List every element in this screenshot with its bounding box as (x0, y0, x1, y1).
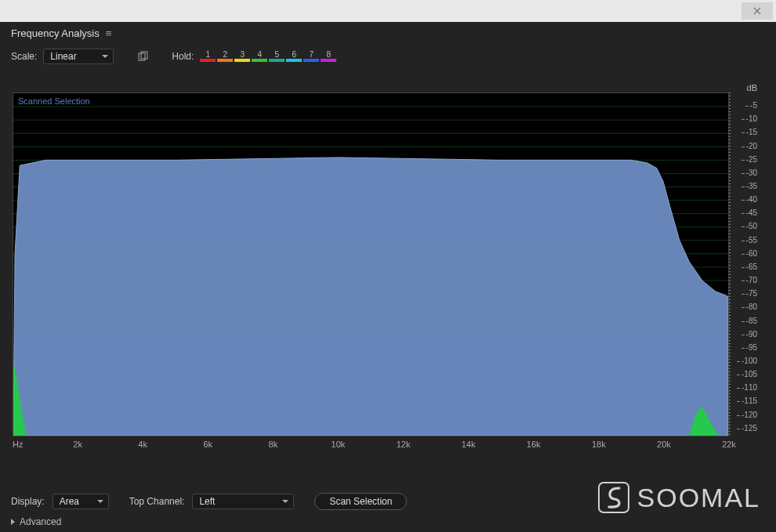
y-tick: -125 (742, 425, 757, 432)
scale-value: Linear (50, 51, 76, 62)
y-tick: -55 (746, 237, 757, 244)
topchannel-value: Left (199, 496, 215, 507)
advanced-toggle[interactable]: Advanced (11, 516, 61, 527)
advanced-label: Advanced (20, 516, 61, 527)
chevron-right-icon (11, 519, 15, 525)
chart-container: dB Scanned Selection -5-10-15-20-25-30-3… (13, 92, 759, 454)
y-tick: -5 (750, 102, 757, 110)
scale-label: Scale: (11, 51, 37, 62)
y-tick: -70 (746, 277, 757, 284)
scan-selection-button[interactable]: Scan Selection (314, 493, 407, 510)
y-tick: -15 (746, 128, 757, 136)
y-tick: -35 (746, 183, 757, 190)
x-tick: 22k (722, 440, 736, 449)
y-tick: -25 (746, 156, 757, 164)
hold-swatches: 12345678 (200, 50, 336, 63)
y-tick: -110 (742, 384, 757, 392)
hold-swatch-2[interactable]: 2 (217, 50, 233, 63)
spectrum-plot[interactable]: Scanned Selection (13, 92, 729, 436)
x-tick: 6k (203, 440, 212, 449)
hold-swatch-5[interactable]: 5 (269, 50, 285, 63)
y-tick: -95 (746, 344, 757, 352)
hold-swatch-7[interactable]: 7 (303, 50, 319, 63)
y-axis-unit: dB (747, 83, 757, 92)
hold-swatch-4[interactable]: 4 (252, 50, 267, 63)
y-axis: -5-10-15-20-25-30-35-40-45-50-55-60-65-7… (729, 92, 759, 436)
x-tick: 12k (397, 440, 411, 449)
display-label: Display: (11, 496, 45, 507)
y-tick: -90 (746, 331, 757, 338)
scanned-selection-label: Scanned Selection (18, 96, 90, 106)
y-tick: -85 (746, 317, 757, 325)
toolbar: Scale: Linear Hold: 12345678 (0, 44, 776, 69)
x-tick: 8k (269, 440, 278, 449)
y-tick: -20 (746, 143, 757, 150)
scale-select[interactable]: Linear (43, 49, 114, 64)
hold-swatch-3[interactable]: 3 (234, 50, 250, 63)
svg-rect-1 (141, 52, 147, 59)
x-axis-unit: Hz (13, 440, 23, 449)
y-tick: -65 (746, 263, 757, 271)
watermark-text: SOOMAL (637, 483, 760, 513)
y-tick: -40 (746, 196, 757, 204)
hold-swatch-8[interactable]: 8 (321, 50, 336, 63)
y-tick: -10 (746, 115, 757, 123)
y-tick: -100 (742, 357, 757, 365)
y-tick: -115 (742, 397, 757, 405)
y-tick: -80 (746, 303, 757, 311)
svg-rect-0 (139, 53, 145, 60)
watermark-logo-icon (598, 482, 629, 513)
hold-swatch-1[interactable]: 1 (200, 50, 216, 63)
y-tick: -120 (742, 411, 757, 419)
x-tick: 16k (527, 440, 541, 449)
y-tick: -45 (746, 209, 757, 217)
watermark: SOOMAL (598, 482, 760, 513)
display-select[interactable]: Area (53, 494, 109, 509)
window-close-button[interactable] (742, 2, 773, 20)
window-titlebar (0, 0, 776, 22)
x-tick: 18k (592, 440, 606, 449)
hold-label: Hold: (172, 51, 194, 62)
y-tick: -60 (746, 250, 757, 258)
panel-menu-icon[interactable]: ≡ (106, 27, 112, 39)
topchannel-label: Top Channel: (129, 496, 185, 507)
x-tick: 4k (138, 440, 147, 449)
panel-title: Frequency Analysis (11, 27, 100, 39)
hold-swatch-6[interactable]: 6 (286, 50, 302, 63)
x-tick: 10k (332, 440, 346, 449)
panel-header: Frequency Analysis ≡ (0, 22, 776, 44)
x-axis: Hz 2k4k6k8k10k12k14k16k18k20k22k (13, 436, 729, 454)
x-tick: 14k (462, 440, 476, 449)
x-tick: 20k (657, 440, 671, 449)
y-tick: -50 (746, 223, 757, 230)
y-tick: -105 (742, 371, 757, 378)
y-tick: -75 (746, 290, 757, 298)
copy-graph-icon[interactable] (136, 49, 151, 64)
y-tick: -30 (746, 169, 757, 177)
display-value: Area (60, 496, 79, 507)
scan-selection-label: Scan Selection (329, 496, 392, 507)
x-tick: 2k (73, 440, 82, 449)
topchannel-select[interactable]: Left (192, 494, 294, 509)
